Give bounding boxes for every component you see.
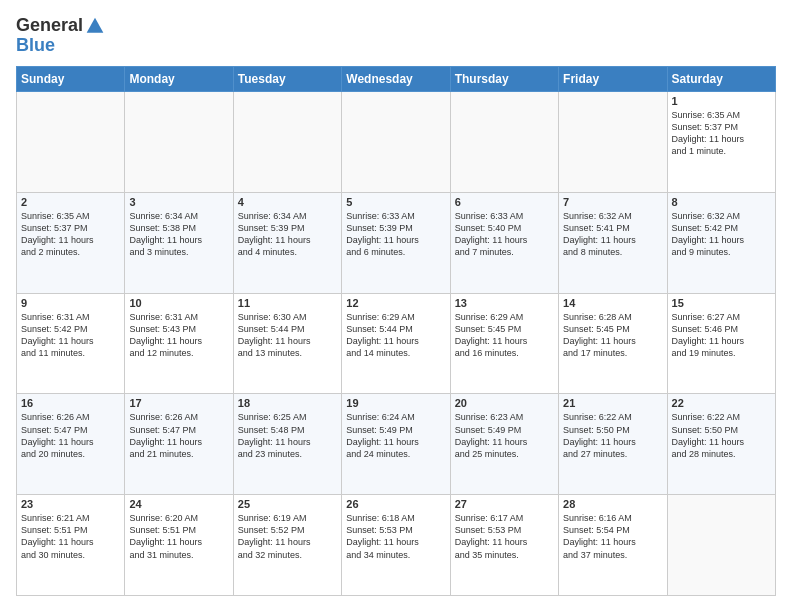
calendar-day-7: 7Sunrise: 6:32 AM Sunset: 5:41 PM Daylig… [559,192,667,293]
day-number: 13 [455,297,554,309]
day-number: 26 [346,498,445,510]
calendar-day-14: 14Sunrise: 6:28 AM Sunset: 5:45 PM Dayli… [559,293,667,394]
day-header-friday: Friday [559,67,667,92]
day-number: 23 [21,498,120,510]
day-content: Sunrise: 6:27 AM Sunset: 5:46 PM Dayligh… [672,311,771,360]
calendar-day-6: 6Sunrise: 6:33 AM Sunset: 5:40 PM Daylig… [450,192,558,293]
day-header-monday: Monday [125,67,233,92]
calendar-day-5: 5Sunrise: 6:33 AM Sunset: 5:39 PM Daylig… [342,192,450,293]
calendar-body: 1Sunrise: 6:35 AM Sunset: 5:37 PM Daylig… [17,92,776,596]
day-content: Sunrise: 6:23 AM Sunset: 5:49 PM Dayligh… [455,411,554,460]
calendar-empty-cell [125,92,233,193]
day-content: Sunrise: 6:26 AM Sunset: 5:47 PM Dayligh… [129,411,228,460]
day-content: Sunrise: 6:33 AM Sunset: 5:39 PM Dayligh… [346,210,445,259]
day-content: Sunrise: 6:29 AM Sunset: 5:44 PM Dayligh… [346,311,445,360]
day-content: Sunrise: 6:20 AM Sunset: 5:51 PM Dayligh… [129,512,228,561]
calendar-day-25: 25Sunrise: 6:19 AM Sunset: 5:52 PM Dayli… [233,495,341,596]
day-number: 15 [672,297,771,309]
logo-general-text: General [16,15,83,35]
logo-blue-text: Blue [16,35,55,55]
day-number: 21 [563,397,662,409]
day-content: Sunrise: 6:33 AM Sunset: 5:40 PM Dayligh… [455,210,554,259]
calendar-empty-cell [559,92,667,193]
day-content: Sunrise: 6:29 AM Sunset: 5:45 PM Dayligh… [455,311,554,360]
day-content: Sunrise: 6:34 AM Sunset: 5:38 PM Dayligh… [129,210,228,259]
calendar-empty-cell [667,495,775,596]
day-number: 25 [238,498,337,510]
page: General Blue SundayMondayTuesdayWednesda… [0,0,792,612]
day-number: 1 [672,95,771,107]
day-number: 28 [563,498,662,510]
day-content: Sunrise: 6:30 AM Sunset: 5:44 PM Dayligh… [238,311,337,360]
calendar-week-row: 23Sunrise: 6:21 AM Sunset: 5:51 PM Dayli… [17,495,776,596]
day-number: 3 [129,196,228,208]
day-header-tuesday: Tuesday [233,67,341,92]
logo-icon [85,16,105,36]
calendar-week-row: 1Sunrise: 6:35 AM Sunset: 5:37 PM Daylig… [17,92,776,193]
day-number: 7 [563,196,662,208]
day-content: Sunrise: 6:31 AM Sunset: 5:42 PM Dayligh… [21,311,120,360]
day-content: Sunrise: 6:18 AM Sunset: 5:53 PM Dayligh… [346,512,445,561]
day-number: 18 [238,397,337,409]
day-number: 10 [129,297,228,309]
day-content: Sunrise: 6:16 AM Sunset: 5:54 PM Dayligh… [563,512,662,561]
day-number: 20 [455,397,554,409]
calendar-day-21: 21Sunrise: 6:22 AM Sunset: 5:50 PM Dayli… [559,394,667,495]
calendar-day-26: 26Sunrise: 6:18 AM Sunset: 5:53 PM Dayli… [342,495,450,596]
calendar-day-22: 22Sunrise: 6:22 AM Sunset: 5:50 PM Dayli… [667,394,775,495]
calendar-day-28: 28Sunrise: 6:16 AM Sunset: 5:54 PM Dayli… [559,495,667,596]
calendar-day-17: 17Sunrise: 6:26 AM Sunset: 5:47 PM Dayli… [125,394,233,495]
calendar-day-18: 18Sunrise: 6:25 AM Sunset: 5:48 PM Dayli… [233,394,341,495]
day-content: Sunrise: 6:21 AM Sunset: 5:51 PM Dayligh… [21,512,120,561]
calendar-day-12: 12Sunrise: 6:29 AM Sunset: 5:44 PM Dayli… [342,293,450,394]
calendar-day-20: 20Sunrise: 6:23 AM Sunset: 5:49 PM Dayli… [450,394,558,495]
day-number: 4 [238,196,337,208]
day-number: 19 [346,397,445,409]
day-number: 9 [21,297,120,309]
day-header-thursday: Thursday [450,67,558,92]
day-content: Sunrise: 6:22 AM Sunset: 5:50 PM Dayligh… [672,411,771,460]
calendar-day-16: 16Sunrise: 6:26 AM Sunset: 5:47 PM Dayli… [17,394,125,495]
header: General Blue [16,16,776,56]
calendar-empty-cell [233,92,341,193]
calendar-day-10: 10Sunrise: 6:31 AM Sunset: 5:43 PM Dayli… [125,293,233,394]
svg-marker-0 [87,18,104,33]
calendar-week-row: 2Sunrise: 6:35 AM Sunset: 5:37 PM Daylig… [17,192,776,293]
day-number: 11 [238,297,337,309]
day-content: Sunrise: 6:17 AM Sunset: 5:53 PM Dayligh… [455,512,554,561]
calendar-day-3: 3Sunrise: 6:34 AM Sunset: 5:38 PM Daylig… [125,192,233,293]
calendar-day-9: 9Sunrise: 6:31 AM Sunset: 5:42 PM Daylig… [17,293,125,394]
day-number: 12 [346,297,445,309]
calendar-day-1: 1Sunrise: 6:35 AM Sunset: 5:37 PM Daylig… [667,92,775,193]
calendar-empty-cell [342,92,450,193]
day-content: Sunrise: 6:28 AM Sunset: 5:45 PM Dayligh… [563,311,662,360]
day-number: 2 [21,196,120,208]
day-number: 14 [563,297,662,309]
day-number: 17 [129,397,228,409]
day-content: Sunrise: 6:25 AM Sunset: 5:48 PM Dayligh… [238,411,337,460]
calendar-day-27: 27Sunrise: 6:17 AM Sunset: 5:53 PM Dayli… [450,495,558,596]
day-content: Sunrise: 6:32 AM Sunset: 5:42 PM Dayligh… [672,210,771,259]
day-content: Sunrise: 6:35 AM Sunset: 5:37 PM Dayligh… [21,210,120,259]
day-content: Sunrise: 6:32 AM Sunset: 5:41 PM Dayligh… [563,210,662,259]
calendar-day-23: 23Sunrise: 6:21 AM Sunset: 5:51 PM Dayli… [17,495,125,596]
day-content: Sunrise: 6:24 AM Sunset: 5:49 PM Dayligh… [346,411,445,460]
day-number: 8 [672,196,771,208]
calendar-day-8: 8Sunrise: 6:32 AM Sunset: 5:42 PM Daylig… [667,192,775,293]
day-content: Sunrise: 6:26 AM Sunset: 5:47 PM Dayligh… [21,411,120,460]
calendar-day-4: 4Sunrise: 6:34 AM Sunset: 5:39 PM Daylig… [233,192,341,293]
day-number: 16 [21,397,120,409]
day-number: 6 [455,196,554,208]
day-number: 24 [129,498,228,510]
day-content: Sunrise: 6:35 AM Sunset: 5:37 PM Dayligh… [672,109,771,158]
day-content: Sunrise: 6:22 AM Sunset: 5:50 PM Dayligh… [563,411,662,460]
day-header-wednesday: Wednesday [342,67,450,92]
day-content: Sunrise: 6:19 AM Sunset: 5:52 PM Dayligh… [238,512,337,561]
day-header-saturday: Saturday [667,67,775,92]
day-number: 22 [672,397,771,409]
calendar-header-row: SundayMondayTuesdayWednesdayThursdayFrid… [17,67,776,92]
calendar-day-15: 15Sunrise: 6:27 AM Sunset: 5:46 PM Dayli… [667,293,775,394]
calendar-week-row: 16Sunrise: 6:26 AM Sunset: 5:47 PM Dayli… [17,394,776,495]
day-number: 27 [455,498,554,510]
calendar-day-19: 19Sunrise: 6:24 AM Sunset: 5:49 PM Dayli… [342,394,450,495]
